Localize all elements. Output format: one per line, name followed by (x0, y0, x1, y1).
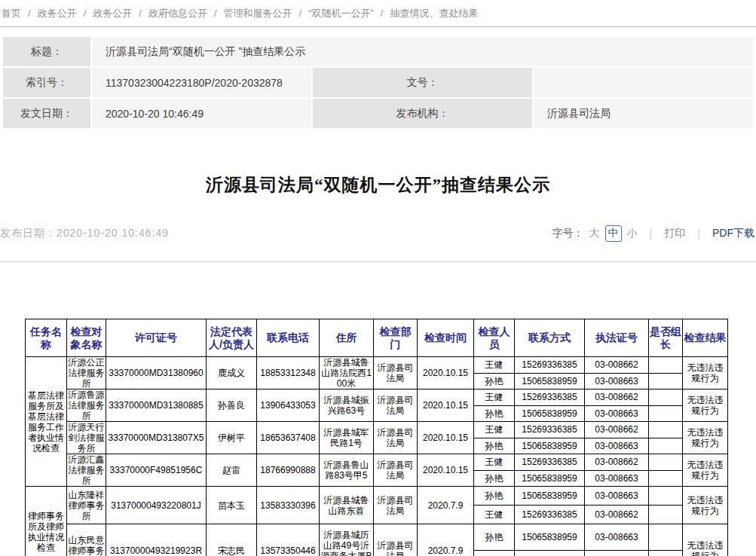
cell-enforcement-cert: 03-008662 (585, 390, 649, 406)
column-header: 联系方式 (515, 319, 585, 357)
cell-is-leader (649, 506, 683, 524)
table-header-row: 任务名称检查对象名称许可证号法定代表人/负责人联系电话住所检查部门检查时间检查人… (26, 319, 728, 357)
cell-inspector-name: 王健 (474, 506, 515, 524)
cell-address: 沂源县鲁山路83号甲5 (320, 454, 374, 487)
cell-inspector-contact: 15269336385 (515, 506, 585, 524)
table-row: 沂源天行剑法律服务所33370000MD313807X5伊树平186536374… (26, 422, 728, 438)
cell-inspector-contact: 15269336385 (515, 357, 585, 374)
cell-license-number: 33370000MD31380885 (106, 390, 207, 422)
cell-target-name: 沂源天行剑法律服务所 (67, 422, 106, 454)
breadcrumb-item[interactable]: 抽查情况、查处结果 (390, 8, 478, 19)
cell-phone: 18853312348 (257, 357, 320, 390)
cell-inspector-contact: 15065838959 (515, 524, 585, 551)
cell-inspector-contact: 15269336385 (515, 454, 585, 471)
cell-inspector-name: 孙艳 (474, 405, 515, 422)
cell-inspect-result: 无违法违规行为 (683, 422, 728, 454)
breadcrumb-item[interactable]: 政务公开 (38, 8, 77, 19)
table-row: 沂源鲁源法律服务所33370000MD31380885孙善良1390643305… (26, 390, 728, 406)
cell-inspect-department: 沂源县司法局 (374, 422, 418, 454)
cell-enforcement-cert: 03-008662 (585, 357, 649, 374)
breadcrumb-separator: / (28, 8, 31, 19)
print-button[interactable]: 打印 (664, 227, 685, 240)
cell-is-leader (649, 524, 683, 551)
cell-target-name: 山东民意律师事务所 (67, 524, 106, 556)
cell-target-name: 沂源鲁源法律服务所 (67, 390, 106, 422)
meta-title-value: 沂源县司法局“双随机一公开 ”抽查结果公示 (91, 36, 754, 67)
cell-enforcement-cert: 03-008663 (585, 524, 649, 551)
breadcrumb-item[interactable]: “双随机一公开” (308, 8, 374, 19)
cell-license-number: 31370000493219923R (106, 524, 207, 556)
breadcrumb-item[interactable]: 首页 (2, 8, 21, 19)
breadcrumb: 首页/政务公开/政务公开/政府信息公开/管理和服务公开/“双随机一公开”/抽查情… (0, 0, 756, 27)
cell-enforcement-cert: 03-008663 (585, 487, 649, 506)
column-header: 许可证号 (106, 319, 207, 357)
breadcrumb-item[interactable]: 管理和服务公开 (224, 8, 292, 19)
column-header: 检查结果 (683, 319, 728, 357)
pdf-download-button[interactable]: PDF下载 (712, 227, 754, 240)
table-row: 沂源汇鑫法律服务所33370000F49851956C赵雷18766990888… (26, 454, 728, 471)
cell-license-number: 33370000MD313807X5 (106, 422, 207, 454)
cell-inspect-department: 沂源县司法局 (374, 487, 418, 524)
cell-inspect-result: 无违法违规行为 (683, 357, 728, 390)
column-header: 检查人员 (474, 319, 515, 357)
font-size-large-button[interactable]: 大 (589, 227, 600, 240)
font-size-medium-button[interactable]: 中 (605, 225, 622, 242)
meta-docnum-label: 文号： (312, 67, 533, 98)
cell-phone: 13583330396 (257, 487, 320, 524)
font-size-small-button[interactable]: 小 (627, 227, 638, 240)
cell-address: 沂源县城鲁山路法院西100米 (320, 357, 374, 390)
cell-enforcement-cert: 03-008662 (585, 551, 649, 556)
cell-target-name: 沂源公正法律服务所 (67, 357, 106, 390)
column-header: 执法证号 (585, 319, 649, 357)
cell-license-number: 31370000493220801J (106, 487, 207, 524)
breadcrumb-item[interactable]: 政务公开 (93, 8, 132, 19)
cell-license-number: 33370000MD31380960 (106, 357, 207, 390)
cell-is-leader (649, 487, 683, 506)
cell-is-leader (649, 551, 683, 556)
meta-title-label: 标题： (2, 36, 91, 67)
cell-enforcement-cert: 03-008663 (585, 438, 649, 454)
cell-inspect-result: 无违法违规行为 (683, 454, 728, 487)
meta-agency-label: 发布机构： (312, 98, 533, 129)
cell-inspector-name: 孙艳 (474, 470, 515, 487)
divider: ｜ (646, 227, 657, 240)
cell-inspector-contact: 15065838959 (515, 438, 585, 454)
publish-date-label: 发布日期： (0, 227, 57, 239)
meta-index-label: 索引号： (2, 67, 91, 98)
publish-date-value: 2020-10-20 10:46:49 (57, 227, 169, 239)
font-size-controls: 字号： 大 中 小 ｜ 打印 ｜ PDF下载 (552, 225, 754, 242)
cell-legal-representative: 宋志民 (207, 524, 257, 556)
cell-address: 沂源县城军民路1号 (320, 422, 374, 454)
cell-task-name: 律师事务所及律师执业情况检查 (26, 487, 67, 556)
meta-docnum-value (533, 67, 754, 98)
column-header: 检查部门 (374, 319, 418, 357)
publish-date: 发布日期：2020-10-20 10:46:49 (0, 227, 169, 240)
cell-inspect-date: 2020.10.15 (418, 390, 474, 422)
cell-is-leader (649, 454, 683, 471)
table-row: 山东民意律师事务所31370000493219923R宋志民1357335044… (26, 524, 728, 551)
cell-is-leader (649, 438, 683, 454)
document-meta-table: 标题： 沂源县司法局“双随机一公开 ”抽查结果公示 索引号： 113703230… (2, 35, 754, 130)
cell-inspector-name: 王健 (474, 357, 515, 374)
cell-inspector-name: 孙艳 (474, 438, 515, 454)
cell-address: 沂源县城鲁山路东首 (320, 487, 374, 524)
table-row: 律师事务所及律师执业情况检查山东隆祥律师事务所31370000493220801… (26, 487, 728, 506)
cell-inspector-contact: 15065838959 (515, 470, 585, 487)
cell-inspect-date: 2020.7.9 (418, 524, 474, 556)
cell-inspector-name: 孙艳 (474, 487, 515, 506)
breadcrumb-separator: / (299, 8, 302, 19)
cell-is-leader (649, 390, 683, 406)
inspection-results-table: 任务名称检查对象名称许可证号法定代表人/负责人联系电话住所检查部门检查时间检查人… (25, 319, 728, 556)
cell-inspect-date: 2020.7.9 (418, 487, 474, 524)
cell-phone: 13906433053 (257, 390, 320, 422)
table-row: 基层法律服务所及基层法律服务工作者执业情况检查沂源公正法律服务所33370000… (26, 357, 728, 374)
cell-inspect-department: 沂源县司法局 (374, 390, 418, 422)
divider: ｜ (693, 227, 704, 240)
cell-enforcement-cert: 03-008663 (585, 470, 649, 487)
cell-inspector-contact: 15065838959 (515, 487, 585, 506)
meta-index-value: 11370323004223180P/2020-2032878 (91, 67, 312, 98)
meta-agency-value: 沂源县司法局 (533, 98, 754, 129)
cell-task-name: 基层法律服务所及基层法律服务工作者执业情况检查 (26, 357, 67, 487)
cell-enforcement-cert: 03-008663 (585, 373, 649, 390)
breadcrumb-item[interactable]: 政府信息公开 (148, 8, 207, 19)
